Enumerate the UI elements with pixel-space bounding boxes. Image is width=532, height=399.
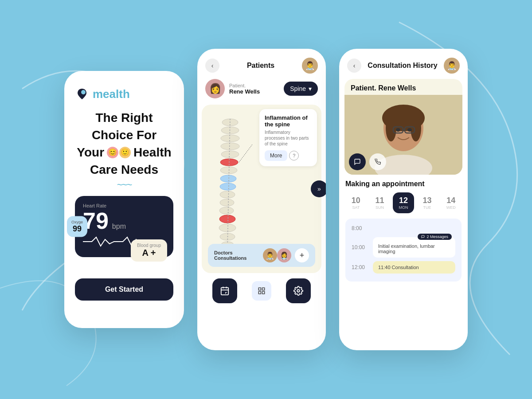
phone-2: ‹ Patients 👨‍⚕️ 👩 Patient. Rene Wells Sp… (197, 49, 326, 350)
time-slot-10: 10:00 2 Messages Initial examination, lu… (352, 237, 455, 258)
svg-rect-19 (221, 288, 229, 295)
logo-row: mealth (75, 87, 130, 101)
date-day-14: WED (446, 205, 456, 210)
time-label-10: 10:00 (352, 244, 368, 250)
back-button-phone2[interactable]: ‹ (205, 59, 219, 73)
svg-line-18 (239, 145, 252, 162)
time-slot-12: 12:00 11:40 Consultation (352, 261, 455, 274)
svg-point-0 (81, 90, 86, 94)
svg-point-8 (220, 175, 236, 182)
oxygen-label: Oxyge (71, 220, 83, 224)
phone2-header: ‹ Patients 👨‍⚕️ (197, 49, 326, 79)
next-icon: » (317, 185, 321, 192)
back-button-phone3[interactable]: ‹ (347, 59, 361, 73)
help-button[interactable]: ? (289, 151, 299, 160)
svg-point-13 (219, 215, 235, 223)
squiggle-decoration: ~~~ (117, 179, 132, 191)
svg-point-14 (219, 224, 236, 232)
svg-point-27 (297, 289, 300, 292)
oxygen-value: 99 (71, 224, 83, 234)
date-item-14[interactable]: 14 WED (440, 192, 462, 213)
phone2-title: Patients (247, 62, 274, 70)
empty-slot-8 (373, 223, 455, 234)
mealth-logo-icon (75, 87, 89, 101)
svg-rect-25 (258, 292, 261, 294)
date-number-14: 14 (446, 196, 455, 205)
dates-row: 10 SAT 11 SUN 12 MON 13 TUE 14 WED (345, 192, 462, 213)
date-number-11: 11 (375, 196, 384, 205)
chat-action-button[interactable] (349, 153, 366, 170)
svg-rect-24 (262, 288, 264, 290)
patient-photo-label: Patient. Rene Wells (344, 79, 462, 95)
date-number-10: 10 (352, 196, 360, 205)
svg-point-3 (221, 135, 239, 142)
date-number-12: 12 (399, 196, 408, 205)
patient-name-phone2: Rene Wells (229, 88, 260, 95)
time-slot-8: 8:00 (352, 223, 455, 234)
time-label-8: 8:00 (352, 225, 368, 231)
slot-content-10: Initial examination, lumbar imaging (378, 243, 435, 254)
phone3-header: ‹ Consultation History 👨‍⚕️ (339, 49, 468, 79)
appointment-title: Making an appointment (345, 180, 462, 188)
doctor-avatar-phone3: 👨‍⚕️ (444, 58, 460, 74)
date-item-12[interactable]: 12 MON (393, 192, 414, 213)
date-item-10[interactable]: 10 SAT (345, 192, 367, 213)
add-doctor-button[interactable]: + (295, 248, 309, 262)
doctor-mini-avatar-1: 👨‍⚕️ (263, 248, 277, 262)
nav-calendar-button[interactable] (212, 278, 237, 303)
svg-rect-26 (262, 292, 264, 294)
nav-settings-button[interactable] (286, 278, 311, 303)
svg-rect-23 (258, 288, 261, 290)
next-button[interactable]: » (311, 180, 326, 197)
action-buttons-overlay (349, 153, 386, 170)
inflammation-title: Inflammation of the spine (265, 114, 312, 128)
date-number-13: 13 (423, 196, 432, 205)
get-started-button[interactable]: Get Started (75, 278, 173, 301)
inflammation-desc: Inflammatory processes in two parts of t… (265, 129, 312, 147)
svg-point-12 (219, 207, 234, 214)
spine-content-area: Inflammation of the spine Inflammatory p… (202, 105, 321, 273)
time-label-12: 12:00 (352, 264, 368, 270)
doctors-consultations-card: Doctors Consultations 👨‍⚕️ 👩‍⚕️ + (208, 244, 315, 267)
patient-photo (344, 95, 462, 175)
slot-bar-10[interactable]: 2 Messages Initial examination, lumbar i… (373, 237, 455, 258)
spine-dropdown[interactable]: Spine ▾ (284, 82, 318, 96)
patient-label-small: Patient. (229, 83, 260, 88)
svg-point-5 (221, 151, 239, 158)
svg-point-31 (386, 115, 396, 141)
bpm-unit: bpm (112, 223, 126, 231)
messages-count: 2 Messages (426, 235, 448, 239)
svg-point-36 (396, 128, 400, 132)
headline-line1: The Right (77, 110, 171, 125)
oxygen-bubble: Oxyge 99 (67, 216, 87, 237)
date-day-13: TUE (423, 205, 431, 210)
svg-point-11 (220, 199, 234, 206)
slot-content-12: 11:40 Consultation (378, 265, 419, 270)
messages-badge: 2 Messages (418, 234, 452, 240)
headline-line3: Your 😊 🙂 Health (77, 145, 171, 160)
date-item-11[interactable]: 11 SUN (369, 192, 391, 213)
doctor-avatar-phone2: 👨‍⚕️ (302, 58, 318, 74)
blood-group-box: Blood group A + (131, 239, 167, 262)
svg-point-9 (220, 183, 236, 190)
phone-1: mealth The Right Choice For Your 😊 🙂 Hea… (64, 71, 184, 328)
phone-action-button[interactable] (369, 153, 386, 170)
doctors-label: Doctors (214, 250, 246, 255)
doctor-mini-avatar-2: 👩‍⚕️ (277, 248, 291, 262)
logo-text: mealth (93, 87, 130, 101)
blood-group-value: A + (137, 248, 161, 258)
date-item-13[interactable]: 13 TUE (417, 192, 438, 213)
slot-bar-12[interactable]: 11:40 Consultation (373, 261, 455, 274)
patient-row-phone2: 👩 Patient. Rene Wells Spine ▾ (197, 79, 326, 105)
nav-grid-button[interactable] (252, 281, 271, 301)
blood-group-label: Blood group (137, 243, 161, 248)
schedule-card: 8:00 10:00 2 Messages Initial examinatio… (345, 219, 462, 282)
dropdown-chevron-icon: ▾ (309, 85, 312, 92)
svg-point-32 (411, 115, 421, 141)
spine-illustration (208, 109, 261, 260)
inflammation-card: Inflammation of the spine Inflammatory p… (259, 109, 317, 166)
more-button[interactable]: More (265, 150, 287, 161)
appointment-section: Making an appointment 10 SAT 11 SUN 12 M… (339, 180, 468, 282)
health-card: Oxyge 99 Heart Rate 79 bpm Blood group A… (75, 196, 173, 257)
headline-line2: Choice For (77, 127, 171, 143)
